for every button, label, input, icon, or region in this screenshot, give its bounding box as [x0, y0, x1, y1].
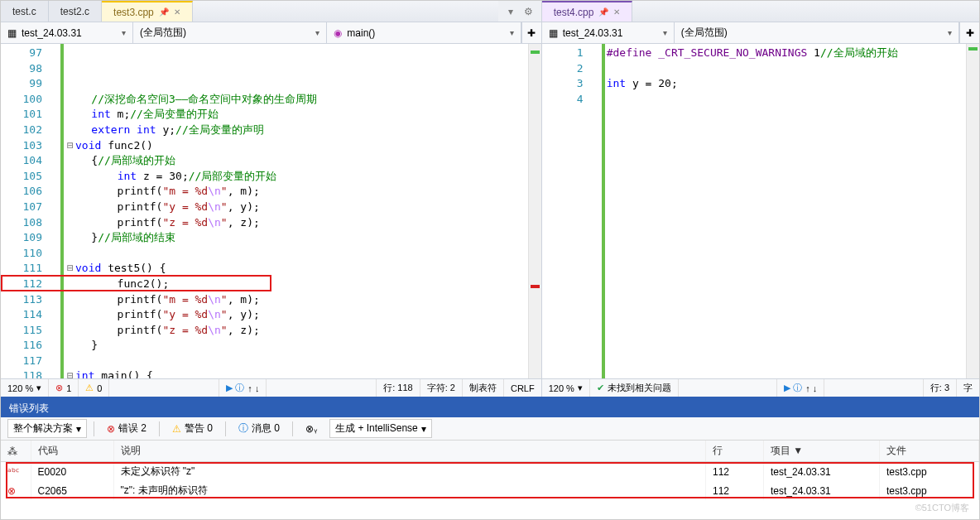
overview-ruler[interactable]: [966, 44, 979, 378]
code-line[interactable]: }: [65, 338, 528, 354]
col-line[interactable]: 行: [706, 441, 764, 462]
code-source[interactable]: #define _CRT_SECURE_NO_WARNINGS 1//全局域的开…: [605, 44, 966, 378]
tab-label: test3.cpp: [113, 7, 154, 18]
dropdown-icon[interactable]: ▾: [505, 6, 516, 17]
code-line[interactable]: ⊟void func2(): [65, 138, 528, 154]
code-line[interactable]: {//局部域的开始: [65, 153, 528, 169]
code-line[interactable]: int y = 20;: [607, 76, 966, 92]
row-desc: "z": 未声明的标识符: [113, 481, 706, 500]
tab-bar-right: test4.cpp📌✕: [542, 1, 979, 22]
error-icon: ⊗: [55, 383, 63, 393]
col-project[interactable]: 项目 ▼: [764, 441, 880, 462]
file-tab[interactable]: test2.c: [49, 1, 102, 22]
row-code: C2065: [31, 481, 113, 500]
filter-clear-icon: ⊗ᵧ: [305, 423, 317, 435]
warning-icon: ⚠: [85, 383, 94, 393]
file-tab[interactable]: test.c: [1, 1, 49, 22]
nav-arrows[interactable]: ▶ ⓘ ↑ ↓: [219, 379, 267, 397]
code-source[interactable]: //深挖命名空间3——命名空间中对象的生命周期 int m;//全局变量的开始 …: [64, 44, 528, 378]
pin-icon[interactable]: 📌: [159, 7, 169, 17]
scope-label: (全局范围): [681, 26, 728, 40]
tab-label: test4.cpp: [554, 7, 594, 18]
code-line[interactable]: [607, 61, 966, 77]
nav-bar-left: ▦ test_24.03.31 ▾ (全局范围) ▾ ◉ main() ▾ ✚: [1, 22, 541, 44]
row-desc: 未定义标识符 "z": [113, 462, 706, 482]
member-dropdown[interactable]: ◉ main() ▾: [327, 22, 521, 43]
error-count[interactable]: ⊗1: [49, 379, 79, 397]
project-icon: ▦: [549, 27, 558, 39]
warnings-filter[interactable]: ⚠警告 0: [166, 419, 219, 438]
chevron-down-icon: ▾: [122, 28, 126, 37]
editor-left[interactable]: 9798991001011021031041051061071081091101…: [1, 44, 541, 378]
code-line[interactable]: printf("m = %d\n", m);: [65, 184, 528, 200]
code-line[interactable]: ⊟int main() {: [65, 368, 528, 378]
close-icon[interactable]: ✕: [174, 7, 180, 17]
eol-mode[interactable]: CRLF: [504, 379, 541, 397]
error-list-panel: 错误列表 整个解决方案 ▾ ⊗错误 2 ⚠警告 0 ⓘ消息 0 ⊗ᵧ 生成 + …: [1, 397, 979, 519]
col-file[interactable]: 文件: [880, 441, 979, 462]
code-line[interactable]: extern int y;//全局变量的声明: [65, 123, 528, 138]
zoom-level[interactable]: 120 % ▾: [1, 379, 49, 397]
nav-bar-right: ▦ test_24.03.31 ▾ (全局范围) ▾ ✚: [542, 22, 979, 44]
row-code: E0020: [31, 462, 113, 482]
code-line[interactable]: func2();: [65, 277, 528, 292]
col-desc[interactable]: 说明: [113, 441, 706, 462]
chevron-down-icon: ▾: [663, 28, 667, 37]
clear-filter[interactable]: ⊗ᵧ: [300, 421, 323, 437]
project-dropdown[interactable]: ▦ test_24.03.31 ▾: [542, 22, 675, 43]
code-line[interactable]: }//局部域的结束: [65, 230, 528, 246]
error-row[interactable]: ⊗ C2065 "z": 未声明的标识符 112 test_24.03.31 t…: [1, 481, 979, 500]
indent-mode[interactable]: 制表符: [463, 379, 504, 397]
build-dropdown[interactable]: 生成 + IntelliSense ▾: [329, 419, 432, 438]
code-line[interactable]: ⊟void test5() {: [65, 261, 528, 277]
split-button[interactable]: ✚: [521, 22, 541, 43]
file-tab[interactable]: test3.cpp📌✕: [102, 1, 193, 22]
scope-dropdown[interactable]: (全局范围) ▾: [133, 22, 327, 43]
change-margin: [590, 44, 605, 378]
messages-filter[interactable]: ⓘ消息 0: [233, 419, 286, 438]
code-line[interactable]: #define _CRT_SECURE_NO_WARNINGS 1//全局域的开…: [607, 46, 966, 61]
row-file: test3.cpp: [880, 481, 979, 500]
code-line[interactable]: printf("y = %d\n", y);: [65, 200, 528, 215]
gear-icon[interactable]: ⚙: [523, 6, 535, 17]
split-icon: ✚: [966, 27, 974, 39]
col-icon[interactable]: ⁂: [1, 441, 31, 462]
editor-right[interactable]: 1234 #define _CRT_SECURE_NO_WARNINGS 1//…: [542, 44, 979, 378]
scope-dropdown[interactable]: (全局范围) ▾: [675, 22, 959, 43]
project-dropdown[interactable]: ▦ test_24.03.31 ▾: [1, 22, 133, 43]
split-icon: ✚: [527, 27, 536, 39]
error-row[interactable]: ᵃᵇᶜ E0020 未定义标识符 "z" 112 test_24.03.31 t…: [1, 462, 979, 482]
zoom-level[interactable]: 120 % ▾: [542, 379, 590, 397]
status-bar-right: 120 % ▾ ✔未找到相关问题 ▶ ⓘ ↑ ↓ 行: 3 字: [542, 378, 979, 397]
code-line[interactable]: [607, 92, 966, 108]
project-name: test_24.03.31: [22, 27, 82, 39]
solution-dropdown[interactable]: 整个解决方案 ▾: [7, 419, 87, 438]
code-line[interactable]: printf("z = %d\n", z);: [65, 323, 528, 339]
code-line[interactable]: //深挖命名空间3——命名空间中对象的生命周期: [65, 92, 528, 108]
close-icon[interactable]: ✕: [613, 7, 620, 17]
code-line[interactable]: int z = 30;//局部变量的开始: [65, 169, 528, 185]
project-name: test_24.03.31: [563, 27, 623, 39]
file-tab[interactable]: test4.cpp📌✕: [542, 1, 633, 22]
warning-count[interactable]: ⚠0: [79, 379, 109, 397]
code-line[interactable]: int m;//全局变量的开始: [65, 107, 528, 123]
no-issues[interactable]: ✔未找到相关问题: [590, 379, 679, 397]
chevron-down-icon: ▾: [315, 28, 319, 37]
col-code[interactable]: 代码: [31, 441, 113, 462]
errors-filter[interactable]: ⊗错误 2: [101, 419, 152, 438]
info-icon: ⓘ: [238, 421, 248, 436]
member-label: main(): [347, 27, 375, 39]
code-line[interactable]: [65, 354, 528, 369]
code-line[interactable]: [65, 246, 528, 262]
overview-ruler[interactable]: [528, 44, 541, 378]
pin-icon[interactable]: 📌: [598, 7, 608, 17]
split-button[interactable]: ✚: [959, 22, 979, 43]
code-line[interactable]: printf("m = %d\n", m);: [65, 292, 528, 308]
code-line[interactable]: printf("y = %d\n", y);: [65, 307, 528, 323]
row-line: 112: [706, 462, 764, 482]
code-line[interactable]: printf("z = %d\n", z);: [65, 215, 528, 231]
error-table: ⁂ 代码 说明 行 项目 ▼ 文件 ᵃᵇᶜ E0020 未定义标识符 "z" 1…: [1, 441, 979, 500]
tab-label: test2.c: [60, 6, 89, 17]
tab-bar-left: test.ctest2.ctest3.cpp📌✕ ▾ ⚙: [1, 1, 541, 22]
nav-arrows[interactable]: ▶ ⓘ ↑ ↓: [777, 379, 824, 397]
